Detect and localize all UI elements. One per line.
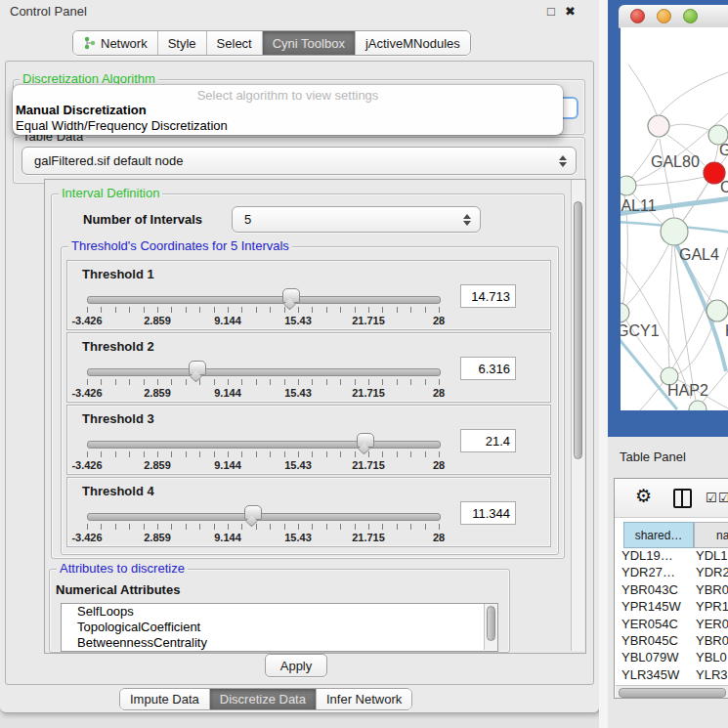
- table-rows: YDL19…YDL1 YDR27…YDR2 YBR043CYBR0 YPR145…: [616, 547, 728, 687]
- close-traffic-light-icon[interactable]: [630, 9, 645, 23]
- list-item[interactable]: TopologicalCoefficient: [62, 620, 497, 635]
- apply-button[interactable]: Apply: [265, 654, 327, 677]
- tick-label: -3.426: [71, 315, 102, 326]
- network-canvas[interactable]: GAL80 GA C GAL11 GAL4 GCY1 H HAP2: [621, 27, 728, 410]
- node-gcy1: [621, 303, 629, 322]
- threshold-panel-3: Threshold 3 -3.426 2.859 9.144 15.43 21.…: [66, 405, 551, 475]
- tick-label: -3.426: [71, 532, 102, 543]
- table-row[interactable]: YBR043CYBR0: [616, 581, 728, 598]
- threshold-value-field[interactable]: [460, 357, 516, 380]
- columns-icon[interactable]: [673, 489, 692, 508]
- column-header-shared[interactable]: shared…: [623, 522, 694, 548]
- list-item[interactable]: SelfLoops: [62, 604, 497, 620]
- control-panel-window: Control Panel □ ✖ Network Style Select C…: [0, 0, 600, 713]
- slider-thumb[interactable]: [282, 288, 300, 303]
- panel-vertical-scrollbar[interactable]: [571, 180, 584, 651]
- table-row[interactable]: YLR345WYLR3: [616, 666, 728, 683]
- scrollbar-thumb[interactable]: [619, 688, 726, 698]
- network-icon: [83, 36, 96, 50]
- zoom-traffic-light-icon[interactable]: [683, 9, 698, 23]
- list-item[interactable]: BetweennessCentrality: [62, 635, 497, 651]
- window-title: Control Panel: [10, 4, 87, 19]
- table-row[interactable]: YDL19…YDL1: [616, 547, 728, 564]
- checkbox-icon[interactable]: ☑: [718, 491, 728, 505]
- tick-label: 28: [433, 387, 445, 399]
- tab-jactivemnodules[interactable]: jActiveMNodules: [356, 31, 470, 55]
- tab-select[interactable]: Select: [207, 31, 263, 55]
- tick-label: 15.43: [284, 459, 312, 471]
- slider-thumb[interactable]: [244, 505, 262, 520]
- slider-thumb[interactable]: [189, 361, 206, 375]
- node-label: GA: [719, 142, 728, 158]
- node-label: GAL80: [651, 153, 700, 170]
- popup-option-equal-width[interactable]: Equal Width/Frequency Discretization: [16, 118, 228, 133]
- table-row[interactable]: YBL079WYBL0: [616, 649, 728, 665]
- attributes-group-title: Attributes to discretize: [57, 562, 188, 575]
- popup-placeholder: Select algorithm to view settings: [13, 88, 563, 103]
- table-toolbar: ⚙ ☑ ☑: [615, 479, 728, 518]
- tab-impute-data[interactable]: Impute Data: [120, 689, 210, 709]
- float-window-icon[interactable]: □: [547, 4, 555, 19]
- control-panel-tabs: Network Style Select Cyni Toolbox jActiv…: [72, 30, 471, 56]
- number-of-intervals-combobox[interactable]: 5: [232, 206, 481, 233]
- threshold-slider[interactable]: -3.426 2.859 9.144 15.43 21.715 28: [87, 435, 439, 472]
- column-header-name[interactable]: na: [694, 522, 728, 548]
- slider-track[interactable]: [87, 513, 441, 521]
- number-of-intervals-value: 5: [233, 212, 460, 227]
- checkbox-icon[interactable]: ☑: [706, 491, 717, 505]
- numerical-attributes-list[interactable]: SelfLoops TopologicalCoefficient Between…: [61, 603, 498, 652]
- minimize-traffic-light-icon[interactable]: [657, 9, 671, 23]
- threshold-slider[interactable]: -3.426 2.859 9.144 15.43 21.715 28: [87, 363, 439, 400]
- table-row[interactable]: YPR145WYPR1: [616, 598, 728, 615]
- slider-track[interactable]: [87, 296, 441, 304]
- node-table: ⚙ ☑ ☑ shared… na YDL19…YDL1 YDR27…YDR2 Y…: [614, 478, 728, 699]
- table-panel-title: Table Panel: [620, 450, 686, 464]
- network-view-frame: GAL80 GA C GAL11 GAL4 GCY1 H HAP2: [608, 0, 728, 437]
- scrollbar-thumb[interactable]: [487, 606, 495, 641]
- tab-network[interactable]: Network: [73, 31, 158, 55]
- numerical-attributes-label: Numerical Attributes: [56, 582, 180, 597]
- table-row[interactable]: YER054CYER0: [616, 616, 728, 632]
- threshold-value-field[interactable]: [460, 501, 516, 525]
- gear-icon[interactable]: ⚙: [635, 485, 652, 507]
- threshold-value-field[interactable]: [460, 429, 516, 452]
- scrollbar-thumb[interactable]: [574, 201, 582, 459]
- node-gal80: [648, 115, 669, 137]
- slider-track[interactable]: [87, 441, 441, 449]
- table-horizontal-scrollbar[interactable]: [616, 685, 728, 698]
- tab-infer-network[interactable]: Infer Network: [317, 689, 411, 709]
- tick-label: 21.715: [352, 459, 385, 471]
- node-label: GAL4: [679, 246, 719, 263]
- tick-label: 9.144: [214, 532, 241, 543]
- table-row[interactable]: YDR27…YDR2: [616, 564, 728, 580]
- table-row[interactable]: YBR045CYBR0: [616, 632, 728, 649]
- tick-label: 15.43: [284, 532, 312, 543]
- network-graph: GAL80 GA C GAL11 GAL4 GCY1 H HAP2: [621, 27, 728, 410]
- number-of-intervals-label: Number of Intervals: [83, 212, 202, 227]
- slider-ticks: [87, 307, 440, 313]
- slider-thumb[interactable]: [357, 433, 374, 448]
- popup-option-manual[interactable]: Manual Discretization: [16, 103, 147, 117]
- slider-ticks: [87, 379, 440, 385]
- tab-cyni-toolbox[interactable]: Cyni Toolbox: [263, 31, 356, 55]
- threshold-slider[interactable]: -3.426 2.859 9.144 15.43 21.715 28: [87, 507, 439, 544]
- tab-style[interactable]: Style: [158, 31, 207, 55]
- threshold-slider[interactable]: -3.426 2.859 9.144 15.43 21.715 28: [87, 290, 439, 327]
- slider-track[interactable]: [87, 368, 441, 376]
- attributes-list-scrollbar[interactable]: [484, 604, 497, 650]
- threshold-value-field[interactable]: [460, 284, 516, 308]
- node-gal11: [621, 176, 636, 195]
- node-label: GCY1: [621, 322, 660, 339]
- tab-discretize-data[interactable]: Discretize Data: [210, 689, 317, 709]
- threshold-panel-2: Threshold 2 -3.426 2.859 9.144 15.43 21.…: [66, 332, 551, 403]
- table-data-combobox[interactable]: galFiltered.sif default node: [21, 147, 577, 175]
- node-label: C: [720, 179, 728, 195]
- node-label: GAL11: [621, 197, 657, 214]
- stepper-arrows-icon: [556, 155, 570, 167]
- node-label: HAP2: [667, 382, 708, 399]
- network-window-titlebar[interactable]: [619, 5, 728, 28]
- tick-label: 2.859: [144, 459, 171, 471]
- node-bottom: [689, 401, 707, 410]
- close-icon[interactable]: ✖: [565, 4, 576, 19]
- slider-ticks: [87, 524, 440, 530]
